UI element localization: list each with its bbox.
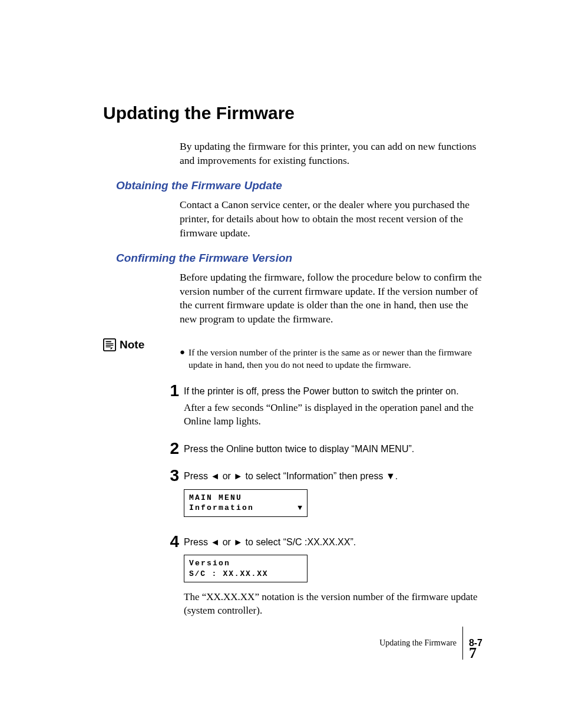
step-3-lead: Press ◄ or ► to select “Information” the… <box>184 470 482 483</box>
right-arrow-icon: ► <box>233 536 243 549</box>
bullet-icon: ● <box>180 347 185 371</box>
note-block: Note ● If the version number of the prin… <box>103 338 482 371</box>
step-1-follow: After a few seconds “Online” is displaye… <box>184 401 482 429</box>
note-label-text: Note <box>120 338 144 351</box>
page-footer: Updating the Firmware 8-7 7 <box>365 627 482 697</box>
svg-rect-2 <box>106 343 114 344</box>
lcd-line-1: MAIN MENU <box>189 493 302 503</box>
step-number: 3 <box>159 467 179 484</box>
intro-paragraph: By updating the firmware for this printe… <box>180 140 482 167</box>
svg-rect-1 <box>106 341 111 342</box>
section-heading-confirming: Confirming the Firmware Version <box>116 252 482 265</box>
svg-rect-4 <box>106 346 111 347</box>
down-arrow-icon: ▼ <box>386 470 395 483</box>
note-body: ● If the version number of the printer i… <box>180 338 482 371</box>
step-4-lead: Press ◄ or ► to select “S/C :XX.XX.XX”. <box>184 536 482 549</box>
left-arrow-icon: ◄ <box>210 470 220 483</box>
step-4-follow: The “XX.XX.XX” notation is the version n… <box>184 591 482 618</box>
step-1-lead: If the printer is off, press the Power b… <box>184 385 482 398</box>
section-body-confirming: Before updating the firmware, follow the… <box>180 271 482 327</box>
section-heading-obtaining: Obtaining the Firmware Update <box>116 179 482 192</box>
lcd-display-main-menu: MAIN MENU Information ▼ <box>184 489 308 517</box>
footer-section-title: Updating the Firmware <box>379 638 457 648</box>
left-arrow-icon: ◄ <box>210 536 220 549</box>
note-label: Note <box>103 338 180 351</box>
step-2-lead: Press the Online button twice to display… <box>184 443 482 456</box>
footer-separator <box>462 627 463 660</box>
footer-page-number: 7 <box>469 644 477 662</box>
svg-rect-3 <box>106 345 114 345</box>
step-4: 4 Press ◄ or ► to select “S/C :XX.XX.XX”… <box>159 536 482 622</box>
step-number: 1 <box>159 383 179 399</box>
lcd-line-2: Information <box>189 503 302 513</box>
lcd-line-1: Version <box>189 558 302 569</box>
step-number: 2 <box>159 440 179 457</box>
document-page: Updating the Firmware By updating the fi… <box>0 0 562 728</box>
section-body-obtaining: Contact a Canon service center, or the d… <box>180 198 482 240</box>
note-icon <box>103 338 116 351</box>
right-arrow-icon: ► <box>233 470 243 483</box>
step-number: 4 <box>159 533 179 550</box>
lcd-display-version: Version S/C : XX.XX.XX <box>184 555 308 582</box>
page-heading: Updating the Firmware <box>103 103 482 123</box>
note-text: If the version number of the printer is … <box>189 347 482 371</box>
lcd-line-2: S/C : XX.XX.XX <box>189 569 302 579</box>
step-3: 3 Press ◄ or ► to select “Information” t… <box>159 470 482 525</box>
step-2: 2 Press the Online button twice to displ… <box>159 443 482 459</box>
lcd-down-arrow-icon: ▼ <box>297 503 302 513</box>
step-1: 1 If the printer is off, press the Power… <box>159 385 482 431</box>
